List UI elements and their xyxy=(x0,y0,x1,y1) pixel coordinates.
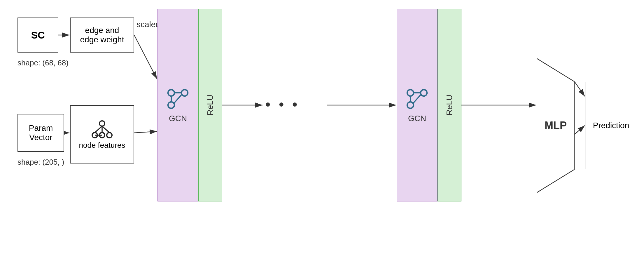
gcn-panel-2: GCN xyxy=(397,9,438,201)
gcn-icon-1 xyxy=(165,87,191,110)
param-box: Param Vector xyxy=(18,114,64,152)
relu-panel-2: ReLU xyxy=(438,9,461,201)
relu-panel-1: ReLU xyxy=(198,9,222,201)
svg-line-16 xyxy=(102,126,109,133)
diagram: SC shape: (68, 68) edge and edge weight … xyxy=(0,0,644,261)
svg-line-9 xyxy=(575,126,585,134)
shape-param-label: shape: (205, ) xyxy=(18,158,64,167)
svg-point-19 xyxy=(181,90,188,96)
svg-point-18 xyxy=(168,90,174,96)
mlp-container: MLP xyxy=(537,58,575,193)
node-features-box: node features xyxy=(70,105,134,163)
svg-line-2 xyxy=(134,35,157,79)
svg-line-23 xyxy=(174,95,181,103)
edge-box: edge and edge weight xyxy=(70,18,134,53)
dots-label: • • • xyxy=(265,96,300,112)
gcn-panel-1: GCN xyxy=(158,9,198,201)
gcn-icon-2 xyxy=(404,87,430,110)
gcn-block-2: GCN ReLU xyxy=(397,9,461,201)
svg-line-4 xyxy=(134,131,157,133)
gcn-block-1: GCN ReLU xyxy=(158,9,222,201)
svg-point-26 xyxy=(407,102,414,108)
svg-line-29 xyxy=(413,95,421,103)
svg-point-12 xyxy=(107,133,112,138)
node-features-icon xyxy=(90,119,114,140)
sc-box: SC xyxy=(18,18,58,53)
shape-sc-label: shape: (68, 68) xyxy=(18,58,69,67)
svg-line-14 xyxy=(95,126,102,133)
svg-line-8 xyxy=(575,82,585,96)
svg-point-25 xyxy=(421,90,427,96)
svg-point-10 xyxy=(99,121,105,126)
svg-point-24 xyxy=(407,90,414,96)
svg-point-20 xyxy=(168,102,174,108)
prediction-box: Prediction xyxy=(585,82,637,169)
